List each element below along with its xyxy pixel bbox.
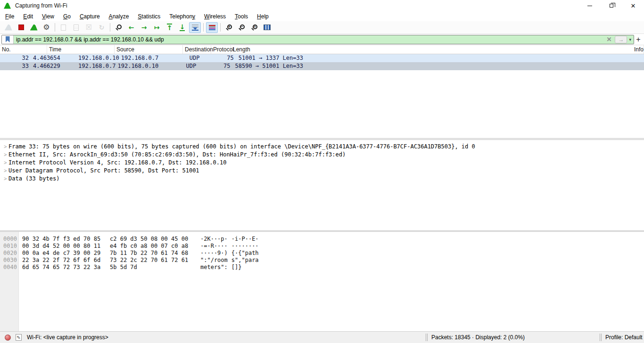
window-controls: ✕ bbox=[579, 0, 644, 11]
menu-item[interactable]: Edit bbox=[19, 12, 37, 21]
hex-rows: 0000 90 32 4b 7f f3 ed 70 85 c2 69 d3 50… bbox=[0, 232, 644, 271]
find-packet-icon bbox=[117, 24, 122, 29]
save-file-button[interactable] bbox=[70, 22, 82, 33]
filter-add-button[interactable]: + bbox=[634, 35, 643, 44]
column-header[interactable]: Time bbox=[47, 45, 115, 54]
close-icon: ✕ bbox=[631, 3, 636, 9]
menu-item[interactable]: Telephony bbox=[165, 12, 199, 21]
close-button[interactable]: ✕ bbox=[622, 0, 644, 11]
detail-line[interactable]: > Frame 33: 75 bytes on wire (600 bits),… bbox=[0, 143, 644, 151]
minimize-button[interactable] bbox=[579, 0, 601, 11]
profile-selector[interactable]: Profile: Default bbox=[605, 332, 643, 343]
cell-no: 32 bbox=[0, 54, 31, 62]
last-packet-button[interactable]: ↓ bbox=[176, 22, 188, 33]
find-packet-button[interactable] bbox=[113, 22, 124, 33]
menu-item[interactable]: Help bbox=[253, 12, 272, 21]
resize-columns-button[interactable] bbox=[261, 22, 273, 33]
column-header[interactable]: Length bbox=[231, 45, 632, 54]
capture-options-button[interactable]: ⚙ bbox=[41, 22, 52, 33]
packet-list-body: 32 4.463654 192.168.0.10 192.168.0.7 UDP… bbox=[0, 54, 644, 70]
hex-bytes-right: 7b 11 7b 22 70 61 74 68 bbox=[110, 250, 189, 257]
column-header[interactable]: Protocol bbox=[211, 45, 231, 54]
filter-apply-button[interactable]: → bbox=[615, 36, 627, 43]
hex-offset: 0030 bbox=[0, 257, 16, 264]
menu-item[interactable]: File bbox=[1, 12, 18, 21]
column-header[interactable]: No. bbox=[0, 45, 47, 54]
detail-line[interactable]: > Internet Protocol Version 4, Src: 192.… bbox=[0, 159, 644, 167]
detail-text: Ethernet II, Src: AsrockIn_69:d3:50 (70:… bbox=[8, 151, 346, 159]
expand-chevron-icon[interactable]: > bbox=[0, 175, 8, 183]
close-file-icon: ☒ bbox=[86, 24, 92, 31]
menu-item[interactable]: View bbox=[38, 12, 58, 21]
zoom-out-button[interactable]: − bbox=[236, 22, 248, 33]
first-packet-button[interactable]: ↑ bbox=[164, 22, 175, 33]
cell-info: 51001 → 1337 Len=33 bbox=[236, 54, 644, 62]
detail-line[interactable]: > User Datagram Protocol, Src Port: 5859… bbox=[0, 167, 644, 175]
expand-chevron-icon[interactable]: > bbox=[0, 151, 8, 159]
go-forward-button[interactable]: → bbox=[138, 22, 150, 33]
column-header[interactable]: Destination bbox=[183, 45, 211, 54]
colorize-button[interactable] bbox=[206, 22, 218, 33]
reload-file-button[interactable]: ↻ bbox=[96, 22, 107, 33]
packet-counts-text: Packets: 18345 · Displayed: 2 (0.0%) bbox=[431, 332, 525, 343]
detail-line[interactable]: > Ethernet II, Src: AsrockIn_69:d3:50 (7… bbox=[0, 151, 644, 159]
ascii-left: meters": bbox=[200, 264, 228, 271]
packet-row[interactable]: 32 4.463654 192.168.0.10 192.168.0.7 UDP… bbox=[0, 54, 644, 62]
column-header[interactable]: Source bbox=[115, 45, 183, 54]
main-toolbar: ⚙☒↻←→↦↑↓+−= bbox=[0, 21, 644, 34]
zoom-original-button[interactable]: = bbox=[248, 22, 260, 33]
expert-info-icon bbox=[5, 335, 11, 341]
restart-capture-icon bbox=[30, 24, 38, 31]
menu-item[interactable]: Go bbox=[59, 12, 74, 21]
cell-length: 75 bbox=[212, 62, 232, 70]
ascii-right: []} bbox=[231, 264, 242, 271]
last-packet-icon: ↓ bbox=[180, 24, 185, 31]
hex-offset: 0000 bbox=[0, 236, 16, 243]
detail-line[interactable]: > Data (33 bytes) bbox=[0, 175, 644, 183]
menu-item[interactable]: Analyze bbox=[105, 12, 133, 21]
hex-bytes-left: 22 3a 22 2f 72 6f 6f 6d bbox=[22, 257, 103, 264]
stop-capture-button[interactable] bbox=[15, 22, 27, 33]
wireshark-logo-icon bbox=[4, 3, 11, 9]
expert-info-button[interactable] bbox=[5, 332, 11, 343]
filter-bookmark-button[interactable] bbox=[2, 35, 14, 44]
reload-icon: ↻ bbox=[99, 24, 105, 31]
auto-scroll-button[interactable] bbox=[189, 22, 201, 33]
cell-source: 192.168.0.7 bbox=[78, 62, 116, 70]
go-back-button[interactable]: ← bbox=[125, 22, 137, 33]
ascii-right: ········ bbox=[231, 243, 259, 250]
hex-row[interactable]: 0020 00 0a e4 de c7 39 00 29 7b 11 7b 22… bbox=[0, 250, 644, 257]
cell-length: 75 bbox=[216, 54, 236, 62]
go-back-icon: ← bbox=[129, 24, 134, 31]
packet-row[interactable]: 33 4.466229 192.168.0.7 192.168.0.10 UDP… bbox=[0, 62, 644, 70]
hex-row[interactable]: 0030 22 3a 22 2f 72 6f 6f 6d 73 22 2c 22… bbox=[0, 257, 644, 264]
zoom-in-button[interactable]: + bbox=[223, 22, 235, 33]
hex-row[interactable]: 0000 90 32 4b 7f f3 ed 70 85 c2 69 d3 50… bbox=[0, 236, 644, 243]
go-to-packet-button[interactable]: ↦ bbox=[151, 22, 163, 33]
restore-button[interactable] bbox=[601, 0, 622, 11]
close-file-button[interactable]: ☒ bbox=[83, 22, 95, 33]
hex-row[interactable]: 0010 00 3d d4 52 00 00 80 11 e4 fb c0 a8… bbox=[0, 243, 644, 250]
display-filter-input[interactable]: ip.addr == 192.168.0.7 && ip.addr == 192… bbox=[14, 36, 604, 43]
column-header[interactable]: Info bbox=[632, 45, 644, 54]
capture-status-text: Wi-Fi: <live capture in progress> bbox=[27, 332, 108, 343]
expand-chevron-icon[interactable]: > bbox=[0, 159, 8, 167]
filter-clear-button[interactable]: ✕ bbox=[604, 36, 614, 43]
start-capture-button[interactable] bbox=[2, 22, 14, 33]
hex-row[interactable]: 0040 6d 65 74 65 72 73 22 3a 5b 5d 7d me… bbox=[0, 264, 644, 271]
detail-text: User Datagram Protocol, Src Port: 58590,… bbox=[8, 167, 199, 175]
capture-comment-button[interactable]: ✎ bbox=[16, 332, 22, 343]
menu-item[interactable]: Tools bbox=[231, 12, 252, 21]
menu-item[interactable]: Wireless bbox=[200, 12, 230, 21]
zoom-in-icon: + bbox=[227, 24, 232, 29]
expand-chevron-icon[interactable]: > bbox=[0, 167, 8, 175]
menu-item[interactable]: Statistics bbox=[134, 12, 164, 21]
toolbar-separator bbox=[110, 23, 110, 32]
restore-icon bbox=[610, 4, 613, 8]
menu-item[interactable]: Capture bbox=[76, 12, 104, 21]
expand-chevron-icon[interactable]: > bbox=[0, 143, 8, 151]
auto-scroll-icon bbox=[192, 24, 198, 31]
restart-capture-button[interactable] bbox=[28, 22, 40, 33]
filter-dropdown-button[interactable]: ▾ bbox=[628, 37, 634, 42]
open-file-button[interactable] bbox=[58, 22, 69, 33]
